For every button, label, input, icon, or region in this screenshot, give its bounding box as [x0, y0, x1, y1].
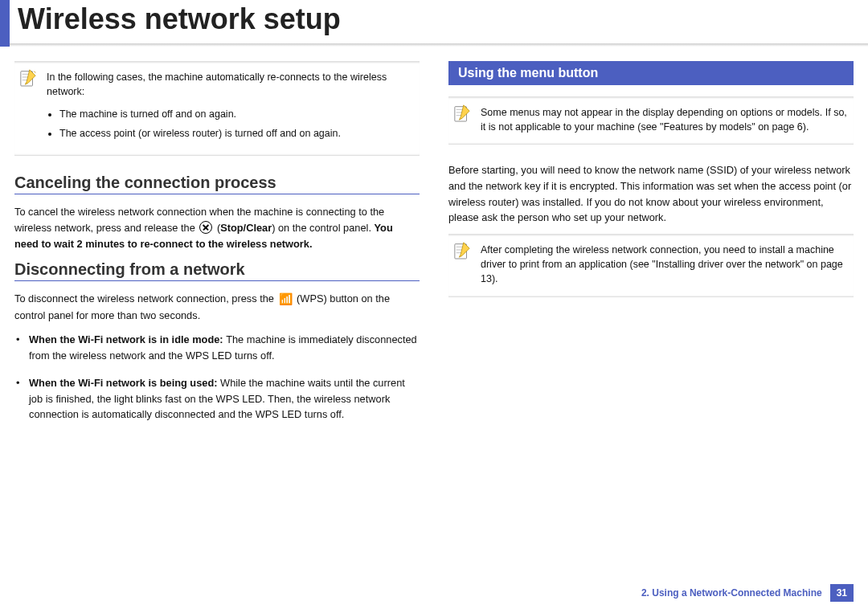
note-item: The access point (or wireless router) is… — [59, 126, 415, 141]
note-intro-text: In the following cases, the machine auto… — [47, 70, 415, 99]
chapter-label: 2. Using a Network-Connected Machine — [641, 587, 822, 599]
list-item: When the Wi-Fi network is being used: Wh… — [26, 375, 420, 423]
disconnecting-heading: Disconnecting from a network — [14, 260, 420, 281]
left-column: In the following cases, the machine auto… — [14, 61, 420, 435]
content-columns: In the following cases, the machine auto… — [0, 47, 868, 435]
menu-button-banner: Using the menu button — [448, 61, 854, 85]
list-item: When the Wi-Fi network is in idle mode: … — [26, 332, 420, 364]
ssid-paragraph: Before starting, you will need to know t… — [448, 162, 854, 226]
note-icon — [19, 68, 37, 88]
disconnecting-list: When the Wi-Fi network is in idle mode: … — [14, 332, 420, 423]
menu-visibility-note: Some menus may not appear in the display… — [448, 96, 854, 145]
note-item: The machine is turned off and on again. — [59, 107, 415, 121]
disc-item-bold: When the Wi-Fi network is being used: — [29, 377, 220, 389]
disc-text-a: To disconnect the wireless network conne… — [14, 292, 277, 304]
note-icon — [453, 241, 471, 260]
canceling-paragraph: To cancel the wireless network connectio… — [14, 204, 420, 251]
page-title: Wireless network setup — [18, 3, 868, 35]
note-icon — [453, 104, 471, 123]
disconnecting-paragraph: To disconnect the wireless network conne… — [14, 291, 420, 325]
driver-install-note: After completing the wireless network co… — [448, 234, 854, 296]
reconnect-note: In the following cases, the machine auto… — [14, 61, 420, 157]
right-column: Using the menu button Some menus may not… — [448, 61, 854, 435]
stop-clear-icon — [199, 221, 212, 234]
cancel-text-c: ) on the control panel. — [272, 222, 374, 234]
page-number: 31 — [830, 584, 854, 602]
wps-icon: 📶 — [279, 291, 293, 309]
disc-item-bold: When the Wi-Fi network is in idle mode: — [29, 333, 226, 345]
stop-clear-label: Stop/Clear — [220, 222, 272, 234]
note-text: After completing the wireless network co… — [481, 243, 849, 286]
canceling-heading: Canceling the connection process — [14, 174, 420, 194]
title-block: Wireless network setup — [0, 0, 868, 35]
note-reconnect-list: The machine is turned off and on again. … — [47, 107, 415, 141]
footer: 2. Using a Network-Connected Machine 31 — [641, 584, 854, 602]
note-text: Some menus may not appear in the display… — [481, 105, 849, 134]
